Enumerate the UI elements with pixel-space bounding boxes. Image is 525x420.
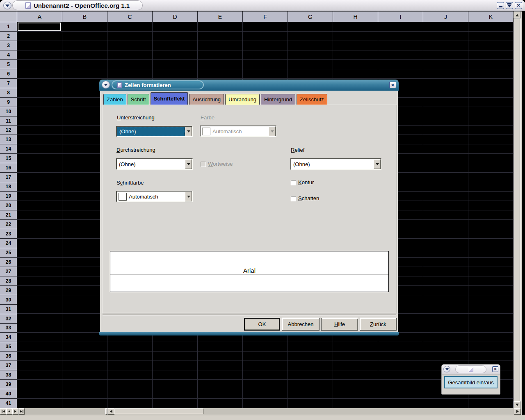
previous-sheet-button[interactable] [6, 408, 12, 415]
row-header-14[interactable]: 14 [0, 144, 17, 154]
float-title-pill [455, 365, 486, 373]
column-header-i[interactable]: I [378, 11, 423, 22]
dialog-tab-schrift[interactable]: Schrift [128, 94, 149, 105]
strikethrough-combobox[interactable]: (Ohne) [116, 158, 193, 170]
row-header-4[interactable]: 4 [0, 50, 17, 60]
row-header-15[interactable]: 15 [0, 154, 17, 163]
row-header-30[interactable]: 30 [0, 295, 17, 305]
underline-dropdown-button[interactable] [185, 127, 192, 136]
row-header-7[interactable]: 7 [0, 79, 17, 88]
relief-dropdown-button[interactable] [374, 159, 381, 169]
float-close-button[interactable]: ✕ [492, 366, 498, 372]
minimize-icon [499, 6, 502, 7]
row-header-35[interactable]: 35 [0, 342, 17, 352]
toggle-full-preview-button[interactable]: Gesamtbild ein/aus [444, 376, 498, 388]
row-header-33[interactable]: 33 [0, 324, 17, 333]
row-header-24[interactable]: 24 [0, 239, 17, 248]
row-header-1[interactable]: 1 [0, 22, 17, 32]
row-header-27[interactable]: 27 [0, 267, 17, 276]
row-header-31[interactable]: 31 [0, 305, 17, 314]
row-header-3[interactable]: 3 [0, 41, 17, 50]
maximize-button[interactable] [506, 2, 513, 9]
column-header-e[interactable]: E [198, 11, 243, 22]
hilfe-button[interactable]: Hilfe [321, 318, 358, 331]
row-header-37[interactable]: 37 [0, 361, 17, 370]
row-header-8[interactable]: 8 [0, 88, 17, 98]
next-sheet-button[interactable] [12, 408, 18, 415]
column-header-g[interactable]: G [288, 11, 333, 22]
font-preview: Arial [110, 251, 389, 292]
font-color-combobox[interactable]: Automatisch [116, 191, 193, 202]
vertical-scrollbar[interactable] [514, 11, 520, 408]
dialog-titlebar[interactable]: Zellen formatieren ✕ [99, 80, 399, 91]
column-header-h[interactable]: H [333, 11, 378, 22]
outline-checkbox[interactable] [291, 180, 296, 185]
row-header-19[interactable]: 19 [0, 192, 17, 201]
row-header-22[interactable]: 22 [0, 220, 17, 229]
column-header-k[interactable]: K [468, 11, 514, 22]
row-header-12[interactable]: 12 [0, 126, 17, 135]
select-all-corner[interactable] [0, 11, 17, 22]
row-header-20[interactable]: 20 [0, 201, 17, 210]
row-header-16[interactable]: 16 [0, 163, 17, 173]
scroll-down-button[interactable] [514, 401, 520, 408]
strikethrough-dropdown-button[interactable] [185, 159, 192, 169]
row-header-23[interactable]: 23 [0, 229, 17, 239]
dialog-tab-umrandung[interactable]: Umrandung [225, 94, 260, 105]
column-header-f[interactable]: F [243, 11, 288, 22]
float-menu-button[interactable] [443, 366, 450, 372]
column-header-b[interactable]: B [62, 11, 107, 22]
row-header-38[interactable]: 38 [0, 370, 17, 380]
first-sheet-button[interactable] [0, 408, 6, 415]
close-button[interactable]: ✕ [515, 2, 522, 9]
dialog-tab-zellschutz[interactable]: Zellschutz [297, 94, 327, 105]
row-header-17[interactable]: 17 [0, 173, 17, 182]
row-header-13[interactable]: 13 [0, 135, 17, 144]
shadow-checkbox[interactable] [291, 196, 296, 201]
dialog-tab-hintergrund[interactable]: Hintergrund [261, 94, 295, 105]
row-header-26[interactable]: 26 [0, 258, 17, 267]
dialog-tab-zahlen[interactable]: Zahlen [103, 94, 126, 105]
row-header-40[interactable]: 40 [0, 389, 17, 399]
scroll-up-button[interactable] [514, 11, 520, 18]
vertical-scrollbar-thumb[interactable] [514, 18, 520, 401]
column-header-c[interactable]: C [107, 11, 153, 22]
row-header-21[interactable]: 21 [0, 210, 17, 220]
dialog-tab-ausrichtung[interactable]: Ausrichtung [189, 94, 224, 105]
float-titlebar[interactable]: ✕ [442, 365, 500, 374]
row-header-29[interactable]: 29 [0, 286, 17, 295]
row-header-18[interactable]: 18 [0, 182, 17, 192]
dialog-close-button[interactable]: ✕ [389, 82, 396, 88]
window-menu-button[interactable] [3, 2, 11, 9]
row-header-36[interactable]: 36 [0, 352, 17, 361]
row-header-9[interactable]: 9 [0, 98, 17, 107]
row-header-6[interactable]: 6 [0, 69, 17, 79]
row-header-34[interactable]: 34 [0, 333, 17, 342]
row-header-39[interactable]: 39 [0, 380, 17, 389]
row-header-5[interactable]: 5 [0, 60, 17, 69]
horizontal-scrollbar-thumb[interactable] [114, 409, 203, 414]
scroll-left-button[interactable] [107, 408, 114, 415]
row-header-28[interactable]: 28 [0, 276, 17, 286]
row-header-2[interactable]: 2 [0, 32, 17, 41]
row-header-41[interactable]: 41 [0, 399, 17, 408]
minimize-button[interactable] [497, 2, 504, 9]
horizontal-scrollbar[interactable] [107, 408, 521, 415]
column-header-a[interactable]: A [17, 11, 62, 22]
relief-combobox[interactable]: (Ohne) [290, 158, 381, 170]
ok-button[interactable]: OK [244, 318, 280, 331]
column-header-d[interactable]: D [153, 11, 198, 22]
row-header-10[interactable]: 10 [0, 107, 17, 116]
font-color-dropdown-button[interactable] [185, 192, 192, 201]
scroll-right-button[interactable] [514, 408, 521, 415]
column-header-j[interactable]: J [423, 11, 468, 22]
row-header-25[interactable]: 25 [0, 248, 17, 258]
row-header-11[interactable]: 11 [0, 116, 17, 126]
dialog-menu-button[interactable] [102, 81, 110, 89]
row-header-32[interactable]: 32 [0, 314, 17, 324]
underline-combobox[interactable]: (Ohne) [116, 126, 193, 137]
last-sheet-button[interactable] [18, 408, 25, 415]
dialog-tab-schrifteffekt[interactable]: Schrifteffekt [151, 92, 188, 105]
zur-ck-button[interactable]: Zurück [360, 318, 397, 331]
abbrechen-button[interactable]: Abbrechen [282, 318, 320, 331]
